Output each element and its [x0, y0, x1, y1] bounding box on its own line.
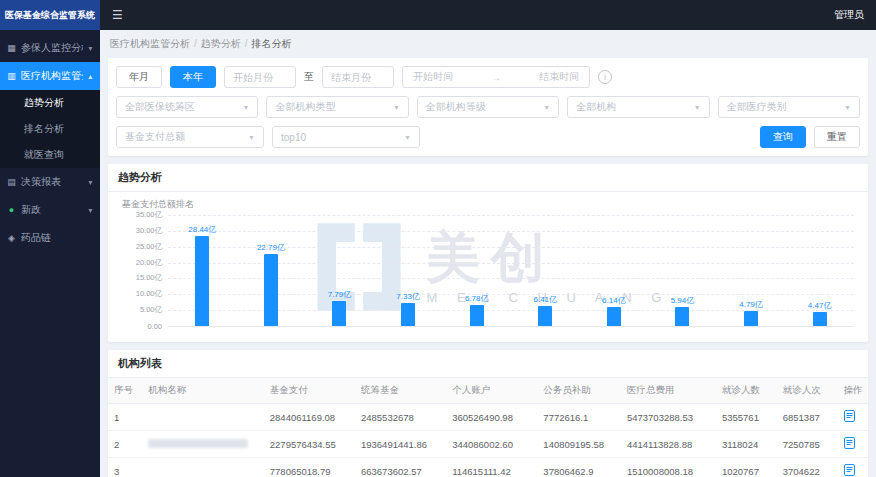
pooling-region-select[interactable]: 全部医保统筹区▼	[116, 96, 258, 118]
table-row[interactable]: 3 778065018.79 663673602.57 114615111.42…	[108, 458, 868, 477]
sidebar-item-trend-analysis[interactable]: 趋势分析	[0, 90, 100, 116]
bar-chart-plot-area: 35.00亿30.00亿25.00亿20.00亿15.00亿10.00亿5.00…	[168, 215, 854, 327]
chart-bar-group: 6.41亿	[511, 215, 580, 326]
section-title-trend: 趋势分析	[108, 164, 868, 192]
chevron-down-icon: ▼	[248, 134, 255, 141]
hospital-icon: ▥	[6, 71, 17, 81]
detail-report-icon[interactable]	[844, 437, 855, 449]
bar-value-label: 22.79亿	[257, 242, 285, 253]
chart-bar	[401, 303, 415, 326]
chart-bar-group: 5.94亿	[648, 215, 717, 326]
bar-value-label: 7.79亿	[328, 289, 352, 300]
sidebar-item-institution-analysis[interactable]: ▥ 医疗机构监管分析 ▲	[0, 62, 100, 90]
table-row[interactable]: 2 2279576434.55 1936491441.86 344086002.…	[108, 431, 868, 458]
chevron-down-icon: ▼	[404, 134, 411, 141]
end-month-input[interactable]	[322, 66, 394, 88]
chart-bar	[607, 307, 621, 326]
y-axis-title: 基金支付总额排名	[122, 198, 854, 211]
chart-bar-group: 4.79亿	[717, 215, 786, 326]
top-header: ☰ 管理员	[100, 0, 876, 30]
reset-button[interactable]: 重置	[814, 126, 860, 148]
sidebar-item-policy[interactable]: ● 新政 ▼	[0, 196, 100, 224]
chevron-down-icon: ▼	[87, 207, 94, 214]
breadcrumb-item-current: 排名分析	[252, 38, 292, 49]
table-row[interactable]: 1 2844061169.08 2485532678 360526490.98 …	[108, 404, 868, 431]
bar-value-label: 6.78亿	[465, 293, 489, 304]
chart-bar	[675, 307, 689, 326]
detail-report-icon[interactable]	[844, 464, 855, 476]
chart-bar	[332, 301, 346, 326]
chart-bar	[195, 236, 209, 326]
chevron-down-icon: ▼	[393, 104, 400, 111]
institution-name-cell	[142, 431, 264, 458]
medicine-icon: ◈	[6, 233, 17, 243]
search-button[interactable]: 查询	[760, 126, 806, 148]
y-axis-tick-label: 30.00亿	[122, 226, 162, 236]
sidebar-item-medicine-chain[interactable]: ◈ 药品链	[0, 224, 100, 252]
bar-value-label: 5.94亿	[671, 295, 695, 306]
masked-institution-name	[148, 439, 248, 448]
metric-select[interactable]: 基金支付总额▼	[116, 126, 264, 148]
top-n-select[interactable]: top10▼	[272, 126, 420, 148]
main-content: 医疗机构监管分析/趋势分析/排名分析 年月 本年 至 开始时间 → 结束时间 i…	[100, 30, 876, 477]
chevron-down-icon: ▼	[694, 104, 701, 111]
institution-list-card: 机构列表 序号 机构名称 基金支付 统筹基金 个人账户 公务员补助 医疗总费用 …	[108, 350, 868, 477]
detail-report-icon[interactable]	[844, 410, 855, 422]
medical-category-select[interactable]: 全部医疗类别▼	[718, 96, 860, 118]
user-name[interactable]: 管理员	[834, 8, 864, 22]
chart-bar-group: 28.44亿	[168, 215, 237, 326]
table-header-row: 序号 机构名称 基金支付 统筹基金 个人账户 公务员补助 医疗总费用 就诊人数 …	[108, 378, 868, 404]
app-title: 医保基金综合监管系统	[0, 0, 100, 30]
arrow-right-icon: →	[491, 72, 501, 83]
menu-fold-icon[interactable]: ☰	[112, 8, 123, 22]
institution-type-select[interactable]: 全部机构类型▼	[266, 96, 408, 118]
chevron-down-icon: ▼	[844, 104, 851, 111]
breadcrumb-item[interactable]: 趋势分析	[201, 38, 241, 49]
submenu-institution-analysis: 趋势分析 排名分析 就医查询	[0, 90, 100, 168]
chart-bar-group: 6.14亿	[580, 215, 649, 326]
sidebar: 医保基金综合监管系统 ▦ 参保人监控分析 ▼ ▥ 医疗机构监管分析 ▲ 趋势分析…	[0, 0, 100, 477]
bar-value-label: 6.41亿	[533, 294, 557, 305]
institution-table: 序号 机构名称 基金支付 统筹基金 个人账户 公务员补助 医疗总费用 就诊人数 …	[108, 378, 868, 477]
start-month-input[interactable]	[224, 66, 296, 88]
institution-level-select[interactable]: 全部机构等级▼	[417, 96, 559, 118]
y-axis-tick-label: 15.00亿	[122, 273, 162, 283]
chart-bar-group: 6.78亿	[442, 215, 511, 326]
y-axis-tick-label: 35.00亿	[122, 210, 162, 220]
sidebar-item-visit-query[interactable]: 就医查询	[0, 142, 100, 168]
info-icon[interactable]: i	[598, 70, 612, 84]
chart-bar	[744, 311, 758, 326]
sidebar-item-insured-analysis[interactable]: ▦ 参保人监控分析 ▼	[0, 34, 100, 62]
institution-select[interactable]: 全部机构▼	[567, 96, 709, 118]
chart-bar-group: 4.47亿	[785, 215, 854, 326]
mode-month-button[interactable]: 年月	[116, 66, 162, 88]
breadcrumb-item[interactable]: 医疗机构监管分析	[110, 38, 190, 49]
institution-name-cell	[142, 404, 264, 431]
bar-value-label: 4.79亿	[739, 299, 763, 310]
y-axis-tick-label: 20.00亿	[122, 258, 162, 268]
report-icon: ▤	[6, 177, 17, 187]
chart-bar	[538, 306, 552, 326]
filter-panel: 年月 本年 至 开始时间 → 结束时间 i 全部医保统筹区▼ 全部机构类型▼ 全…	[108, 58, 868, 156]
breadcrumb: 医疗机构监管分析/趋势分析/排名分析	[110, 37, 868, 51]
sidebar-item-ranking-analysis[interactable]: 排名分析	[0, 116, 100, 142]
section-title-institution-list: 机构列表	[108, 350, 868, 378]
monitor-chart-icon: ▦	[6, 43, 17, 53]
mode-year-button[interactable]: 本年	[170, 66, 216, 88]
chart-bar-group: 22.79亿	[237, 215, 306, 326]
bar-value-label: 6.14亿	[602, 295, 626, 306]
date-range-input[interactable]: 开始时间 → 结束时间	[402, 66, 590, 88]
chevron-down-icon: ▼	[87, 45, 94, 52]
y-axis-tick-label: 0.00	[122, 322, 162, 331]
bar-value-label: 4.47亿	[808, 300, 832, 311]
chevron-down-icon: ▼	[242, 104, 249, 111]
chart-bar-group: 7.33亿	[374, 215, 443, 326]
chart-bar	[264, 254, 278, 326]
to-label: 至	[304, 70, 314, 84]
sidebar-item-decision-report[interactable]: ▤ 决策报表 ▼	[0, 168, 100, 196]
bar-value-label: 7.33亿	[396, 291, 420, 302]
trend-bar-chart: 基金支付总额排名 美创 M E I C H U A N G 35.00亿30.0…	[108, 192, 868, 342]
chevron-down-icon: ▼	[543, 104, 550, 111]
chart-bar	[470, 305, 484, 327]
chevron-up-icon: ▲	[87, 73, 94, 80]
